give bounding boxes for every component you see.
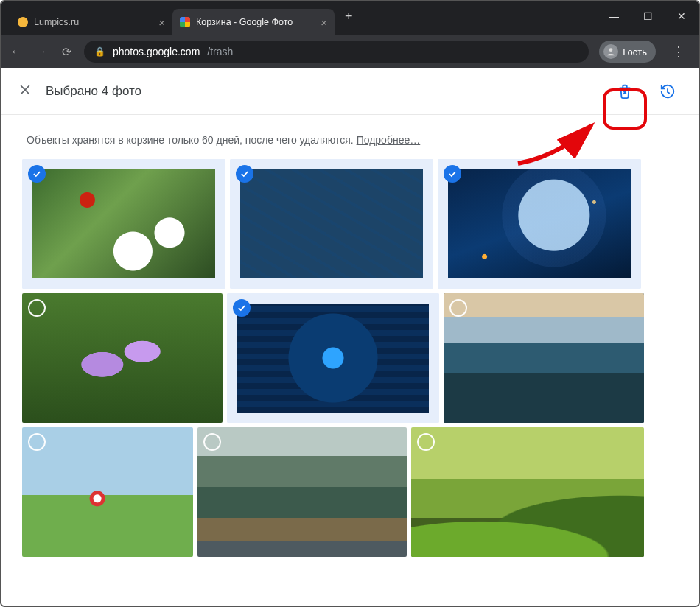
- select-circle-icon[interactable]: [417, 433, 435, 451]
- thumbnail-image: [411, 427, 644, 557]
- profile-guest-button[interactable]: Гость: [599, 41, 656, 63]
- restore-button[interactable]: [653, 77, 682, 106]
- learn-more-link[interactable]: Подробнее…: [357, 134, 421, 146]
- photo-thumbnail[interactable]: [438, 159, 641, 289]
- notice-text: Объекты хранятся в корзине только 60 дне…: [27, 134, 357, 146]
- select-circle-icon[interactable]: [449, 299, 467, 317]
- url-domain: photos.google.com: [113, 46, 200, 57]
- window-minimize-button[interactable]: —: [597, 1, 631, 31]
- svg-point-0: [609, 48, 613, 52]
- selection-count-label: Выбрано 4 фото: [46, 84, 141, 99]
- close-tab-icon[interactable]: ×: [158, 16, 165, 29]
- close-tab-icon[interactable]: ×: [321, 16, 327, 29]
- lock-icon: 🔒: [94, 46, 105, 57]
- trash-content: Объекты хранятся в корзине только 60 дне…: [1, 115, 699, 606]
- photo-thumbnail[interactable]: [444, 293, 644, 423]
- photo-thumbnail[interactable]: [22, 159, 225, 289]
- browser-tab[interactable]: Lumpics.ru ×: [10, 9, 172, 35]
- delete-forever-button[interactable]: [610, 77, 640, 106]
- thumbnail-image: [32, 169, 215, 278]
- url-path: /trash: [207, 46, 233, 57]
- window-maximize-button[interactable]: ☐: [631, 1, 665, 31]
- thumbnail-image: [240, 169, 423, 278]
- thumbnail-image: [197, 427, 407, 557]
- favicon-icon: [18, 17, 28, 27]
- nav-back-button[interactable]: ←: [9, 45, 24, 58]
- thumbnail-image: [22, 427, 193, 557]
- avatar-icon: [603, 44, 618, 59]
- browser-address-bar: ← → ⟳ 🔒 photos.google.com/trash Гость ⋮: [1, 35, 699, 68]
- select-circle-icon[interactable]: [28, 299, 46, 317]
- photo-thumbnail[interactable]: [411, 427, 644, 557]
- nav-forward-button[interactable]: →: [34, 45, 49, 58]
- url-input[interactable]: 🔒 photos.google.com/trash: [84, 41, 589, 63]
- photo-thumbnail[interactable]: [197, 427, 407, 557]
- browser-titlebar: Lumpics.ru × Корзина - Google Фото × + —…: [1, 1, 699, 35]
- photo-thumbnail[interactable]: [227, 293, 439, 423]
- thumbnail-image: [22, 293, 223, 423]
- select-circle-icon[interactable]: [28, 433, 46, 451]
- thumbnail-image: [237, 304, 429, 413]
- browser-menu-button[interactable]: ⋮: [666, 43, 691, 60]
- nav-reload-button[interactable]: ⟳: [59, 45, 74, 59]
- thumbnail-image: [444, 293, 644, 423]
- favicon-icon: [180, 17, 190, 27]
- checkmark-icon[interactable]: [233, 299, 251, 317]
- browser-tab-active[interactable]: Корзина - Google Фото ×: [172, 9, 335, 35]
- guest-label: Гость: [623, 46, 647, 57]
- clear-selection-button[interactable]: [18, 83, 32, 100]
- checkmark-icon[interactable]: [444, 165, 461, 183]
- selection-toolbar: Выбрано 4 фото: [1, 68, 699, 115]
- tab-label: Lumpics.ru: [34, 17, 79, 27]
- select-circle-icon[interactable]: [203, 433, 221, 451]
- photo-thumbnail[interactable]: [22, 427, 193, 557]
- window-close-button[interactable]: ✕: [665, 1, 699, 31]
- trash-retention-notice: Объекты хранятся в корзине только 60 дне…: [27, 134, 678, 146]
- new-tab-button[interactable]: +: [335, 9, 363, 24]
- checkmark-icon[interactable]: [236, 165, 253, 183]
- tab-label: Корзина - Google Фото: [196, 17, 293, 27]
- photo-grid: [22, 159, 678, 557]
- checkmark-icon[interactable]: [28, 165, 46, 183]
- photo-thumbnail[interactable]: [230, 159, 433, 289]
- photo-thumbnail[interactable]: [22, 293, 223, 423]
- thumbnail-image: [448, 169, 631, 278]
